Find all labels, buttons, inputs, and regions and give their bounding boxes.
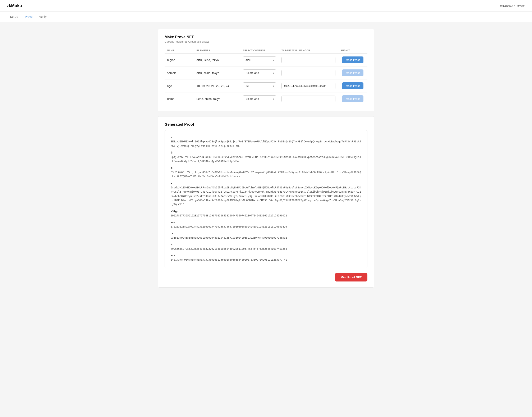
proof-label: zSig: [171,209,361,214]
row-name: age [165,79,194,93]
card-subtitle: Current Registered Group as Follows [165,40,367,43]
main-content: Make Prove NFT Current Registered Group … [151,22,381,299]
wallet-address-input-2[interactable] [282,83,335,89]
nav-item-verify[interactable]: Verify [36,12,50,22]
row-wallet-cell [279,53,338,66]
proof-value: C3qZbO+65rqY+lgltrgan8Q6c7hCv02WOYin+HoN… [171,170,361,179]
app-header: zkMoku 0xDB10E4 / Polygon [0,0,532,12]
wallet-info: 0xDB10E4 / Polygon [500,4,525,7]
content-select-0[interactable]: aizuuenotokyo [243,56,276,63]
proof-value: 1922780773352132825797648129670833655813… [171,214,361,218]
mint-proof-nft-button[interactable]: Mint Proof NFT [335,273,367,281]
row-select-cell: aizuuenotokyo▾ [240,53,279,66]
generated-proof-title: Generated Proof [165,122,367,127]
row-elements: 18, 19, 20, 21, 22, 23, 24 [194,79,240,93]
bottom-actions: Mint Proof NFT [165,271,367,281]
proof-label: c: [171,166,361,170]
row-wallet-cell [279,79,338,93]
row-submit-cell: Make Proof [338,93,367,105]
make-proof-button-2[interactable]: Make Proof [342,82,363,89]
table-row: age18, 19, 20, 21, 22, 23, 2418192021222… [165,79,367,93]
nav-item-prove[interactable]: Prove [21,12,36,22]
make-prove-nft-card: Make Prove NFT Current Registered Group … [158,29,374,111]
th-wallet: TARGET WALLET ADDR [279,47,338,53]
proof-box: v:BEBzWJZNKUI3M+lrZ69Slq+yo0JEvQlbASppnj… [165,130,367,268]
proof-value: BEBzWJZNKUI3M+lrZ69Slq+yo0JEvQlbASppnjHG… [171,139,361,148]
proof-value: 1762033218927023482302669615479924857665… [171,225,361,229]
table-row: regionaizu, ueno, tokyoaizuuenotokyo▾Mak… [165,53,367,66]
proof-label: zv: [171,220,361,225]
row-name: demo [165,93,194,105]
proof-table: NAME ELEMENTS SELECT CONTENT TARGET WALL… [165,47,367,105]
th-submit: SUBMIT [338,47,367,53]
make-proof-button-1[interactable]: Make Proof [342,69,363,76]
row-name: region [165,53,194,66]
wallet-address-input-0[interactable] [282,57,335,63]
proof-label: a: [171,181,361,186]
wallet-address-input-1[interactable] [282,70,335,76]
proof-value: GpfjwzaGSrhERLXAOAhzUNHackOFHSO16CxPxwby… [171,155,361,164]
th-name: NAME [165,47,194,53]
generated-proof-card: Generated Proof v:BEBzWJZNKUI3M+lrZ69Slq… [158,116,374,288]
proof-value: 9315134924355858882601090916480210481657… [171,236,361,240]
main-nav: SetUp Prove Verify [0,12,532,22]
nav-item-setup[interactable]: SetUp [7,12,21,22]
row-wallet-cell [279,66,338,79]
row-wallet-cell [279,93,338,105]
content-select-2[interactable]: 18192021222324 [243,82,276,89]
app-logo: zkMoku [7,3,22,8]
make-proof-button-0[interactable]: Make Proof [342,56,363,63]
proof-label: m: [171,242,361,247]
row-submit-cell: Make Proof [338,66,367,79]
row-submit-cell: Make Proof [338,53,367,66]
make-proof-button-3[interactable]: Make Proof [342,95,363,102]
proof-value: 4996665587253393636404637379218469025844… [171,247,361,251]
table-row: demoueno, chiba, tokyoSelect Oneuenochib… [165,93,367,105]
row-select-cell: Select Oneuenochibatokyo▾ [240,93,279,105]
row-elements: aizu, chiba, tokyo [194,66,240,79]
content-select-1[interactable]: Select Oneaizuchibatokyo [243,69,276,76]
proof-label: v: [171,135,361,139]
proof-label: d: [171,151,361,155]
content-select-3[interactable]: Select Oneuenochibatokyo [243,95,276,102]
row-name: sample [165,66,194,79]
wallet-address-input-3[interactable] [282,95,335,102]
proof-value: lradaJK115NMC0X+VHMLRFnm5ncYCb5ZbMkLqiBo… [171,186,361,207]
proof-label: cc: [171,231,361,235]
proof-value: 1481437849667858483585737360963123669106… [171,258,361,262]
proof-label: zr: [171,253,361,258]
row-elements: ueno, chiba, tokyo [194,93,240,105]
th-select: SELECT CONTENT [240,47,279,53]
card-title: Make Prove NFT [165,35,367,39]
row-select-cell: Select Oneaizuchibatokyo▾ [240,66,279,79]
row-select-cell: 18192021222324▾ [240,79,279,93]
th-elements: ELEMENTS [194,47,240,53]
row-elements: aizu, ueno, tokyo [194,53,240,66]
table-row: sampleaizu, chiba, tokyoSelect Oneaizuch… [165,66,367,79]
row-submit-cell: Make Proof [338,79,367,93]
